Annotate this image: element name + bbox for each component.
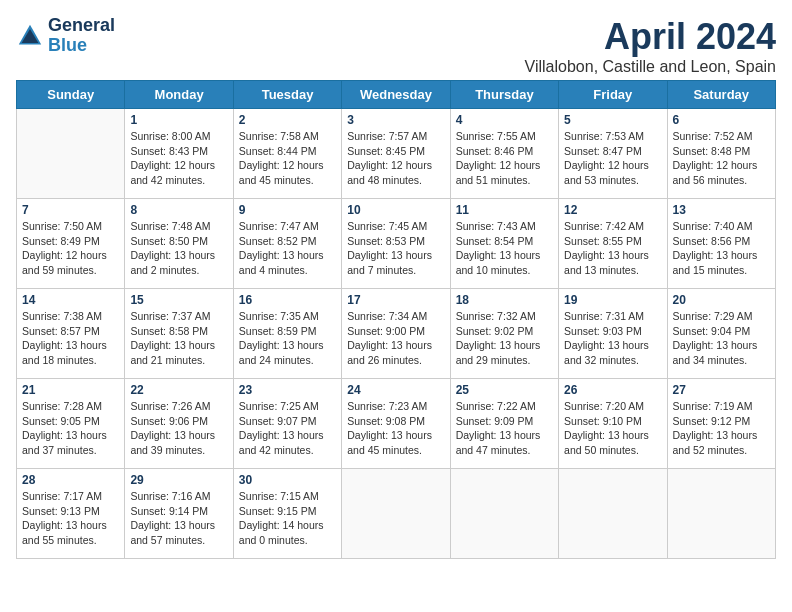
day-number: 22 bbox=[130, 383, 227, 397]
calendar-cell: 28Sunrise: 7:17 AMSunset: 9:13 PMDayligh… bbox=[17, 469, 125, 559]
day-info: Sunrise: 7:22 AMSunset: 9:09 PMDaylight:… bbox=[456, 399, 553, 458]
day-number: 8 bbox=[130, 203, 227, 217]
day-info: Sunrise: 7:40 AMSunset: 8:56 PMDaylight:… bbox=[673, 219, 770, 278]
day-info: Sunrise: 7:43 AMSunset: 8:54 PMDaylight:… bbox=[456, 219, 553, 278]
day-info: Sunrise: 7:50 AMSunset: 8:49 PMDaylight:… bbox=[22, 219, 119, 278]
day-number: 21 bbox=[22, 383, 119, 397]
weekday-header-friday: Friday bbox=[559, 81, 667, 109]
calendar-cell: 25Sunrise: 7:22 AMSunset: 9:09 PMDayligh… bbox=[450, 379, 558, 469]
week-row-2: 7Sunrise: 7:50 AMSunset: 8:49 PMDaylight… bbox=[17, 199, 776, 289]
calendar-cell bbox=[342, 469, 450, 559]
day-info: Sunrise: 7:53 AMSunset: 8:47 PMDaylight:… bbox=[564, 129, 661, 188]
week-row-1: 1Sunrise: 8:00 AMSunset: 8:43 PMDaylight… bbox=[17, 109, 776, 199]
day-info: Sunrise: 7:47 AMSunset: 8:52 PMDaylight:… bbox=[239, 219, 336, 278]
day-number: 9 bbox=[239, 203, 336, 217]
logo-icon bbox=[16, 22, 44, 50]
day-number: 12 bbox=[564, 203, 661, 217]
day-number: 20 bbox=[673, 293, 770, 307]
calendar-cell: 4Sunrise: 7:55 AMSunset: 8:46 PMDaylight… bbox=[450, 109, 558, 199]
day-info: Sunrise: 7:32 AMSunset: 9:02 PMDaylight:… bbox=[456, 309, 553, 368]
day-number: 25 bbox=[456, 383, 553, 397]
calendar-cell: 2Sunrise: 7:58 AMSunset: 8:44 PMDaylight… bbox=[233, 109, 341, 199]
day-number: 6 bbox=[673, 113, 770, 127]
day-number: 16 bbox=[239, 293, 336, 307]
day-info: Sunrise: 7:52 AMSunset: 8:48 PMDaylight:… bbox=[673, 129, 770, 188]
day-info: Sunrise: 7:26 AMSunset: 9:06 PMDaylight:… bbox=[130, 399, 227, 458]
title-area: April 2024 Villalobon, Castille and Leon… bbox=[525, 16, 776, 76]
calendar-cell: 18Sunrise: 7:32 AMSunset: 9:02 PMDayligh… bbox=[450, 289, 558, 379]
day-info: Sunrise: 7:37 AMSunset: 8:58 PMDaylight:… bbox=[130, 309, 227, 368]
weekday-header-thursday: Thursday bbox=[450, 81, 558, 109]
day-info: Sunrise: 7:25 AMSunset: 9:07 PMDaylight:… bbox=[239, 399, 336, 458]
day-number: 1 bbox=[130, 113, 227, 127]
day-number: 5 bbox=[564, 113, 661, 127]
calendar-cell: 20Sunrise: 7:29 AMSunset: 9:04 PMDayligh… bbox=[667, 289, 775, 379]
day-info: Sunrise: 7:42 AMSunset: 8:55 PMDaylight:… bbox=[564, 219, 661, 278]
day-number: 7 bbox=[22, 203, 119, 217]
calendar-cell bbox=[17, 109, 125, 199]
day-info: Sunrise: 7:58 AMSunset: 8:44 PMDaylight:… bbox=[239, 129, 336, 188]
logo-line2: Blue bbox=[48, 35, 87, 55]
calendar-cell: 13Sunrise: 7:40 AMSunset: 8:56 PMDayligh… bbox=[667, 199, 775, 289]
day-number: 19 bbox=[564, 293, 661, 307]
weekday-header-wednesday: Wednesday bbox=[342, 81, 450, 109]
calendar-cell: 30Sunrise: 7:15 AMSunset: 9:15 PMDayligh… bbox=[233, 469, 341, 559]
calendar-cell: 21Sunrise: 7:28 AMSunset: 9:05 PMDayligh… bbox=[17, 379, 125, 469]
day-info: Sunrise: 7:19 AMSunset: 9:12 PMDaylight:… bbox=[673, 399, 770, 458]
calendar-cell: 22Sunrise: 7:26 AMSunset: 9:06 PMDayligh… bbox=[125, 379, 233, 469]
day-number: 13 bbox=[673, 203, 770, 217]
calendar-cell: 17Sunrise: 7:34 AMSunset: 9:00 PMDayligh… bbox=[342, 289, 450, 379]
calendar-cell: 5Sunrise: 7:53 AMSunset: 8:47 PMDaylight… bbox=[559, 109, 667, 199]
day-info: Sunrise: 7:29 AMSunset: 9:04 PMDaylight:… bbox=[673, 309, 770, 368]
day-info: Sunrise: 7:35 AMSunset: 8:59 PMDaylight:… bbox=[239, 309, 336, 368]
weekday-header-monday: Monday bbox=[125, 81, 233, 109]
weekday-header-saturday: Saturday bbox=[667, 81, 775, 109]
weekday-header-sunday: Sunday bbox=[17, 81, 125, 109]
calendar-cell: 11Sunrise: 7:43 AMSunset: 8:54 PMDayligh… bbox=[450, 199, 558, 289]
calendar-title: April 2024 bbox=[525, 16, 776, 58]
day-number: 14 bbox=[22, 293, 119, 307]
day-number: 29 bbox=[130, 473, 227, 487]
logo-line1: General bbox=[48, 15, 115, 35]
day-number: 26 bbox=[564, 383, 661, 397]
calendar-cell: 16Sunrise: 7:35 AMSunset: 8:59 PMDayligh… bbox=[233, 289, 341, 379]
day-number: 28 bbox=[22, 473, 119, 487]
calendar-cell: 23Sunrise: 7:25 AMSunset: 9:07 PMDayligh… bbox=[233, 379, 341, 469]
day-info: Sunrise: 7:23 AMSunset: 9:08 PMDaylight:… bbox=[347, 399, 444, 458]
day-info: Sunrise: 7:57 AMSunset: 8:45 PMDaylight:… bbox=[347, 129, 444, 188]
day-number: 23 bbox=[239, 383, 336, 397]
week-row-4: 21Sunrise: 7:28 AMSunset: 9:05 PMDayligh… bbox=[17, 379, 776, 469]
calendar-cell: 7Sunrise: 7:50 AMSunset: 8:49 PMDaylight… bbox=[17, 199, 125, 289]
logo: General Blue bbox=[16, 16, 115, 56]
day-number: 27 bbox=[673, 383, 770, 397]
day-number: 24 bbox=[347, 383, 444, 397]
day-info: Sunrise: 7:48 AMSunset: 8:50 PMDaylight:… bbox=[130, 219, 227, 278]
calendar-cell: 15Sunrise: 7:37 AMSunset: 8:58 PMDayligh… bbox=[125, 289, 233, 379]
calendar-cell bbox=[559, 469, 667, 559]
day-number: 10 bbox=[347, 203, 444, 217]
week-row-3: 14Sunrise: 7:38 AMSunset: 8:57 PMDayligh… bbox=[17, 289, 776, 379]
weekday-header-row: SundayMondayTuesdayWednesdayThursdayFrid… bbox=[17, 81, 776, 109]
day-number: 11 bbox=[456, 203, 553, 217]
day-info: Sunrise: 7:45 AMSunset: 8:53 PMDaylight:… bbox=[347, 219, 444, 278]
calendar-cell: 24Sunrise: 7:23 AMSunset: 9:08 PMDayligh… bbox=[342, 379, 450, 469]
day-info: Sunrise: 7:15 AMSunset: 9:15 PMDaylight:… bbox=[239, 489, 336, 548]
page-header: General Blue April 2024 Villalobon, Cast… bbox=[16, 16, 776, 76]
calendar-cell: 27Sunrise: 7:19 AMSunset: 9:12 PMDayligh… bbox=[667, 379, 775, 469]
weekday-header-tuesday: Tuesday bbox=[233, 81, 341, 109]
day-number: 15 bbox=[130, 293, 227, 307]
logo-text: General Blue bbox=[48, 16, 115, 56]
calendar-cell: 6Sunrise: 7:52 AMSunset: 8:48 PMDaylight… bbox=[667, 109, 775, 199]
day-info: Sunrise: 7:16 AMSunset: 9:14 PMDaylight:… bbox=[130, 489, 227, 548]
calendar-cell: 3Sunrise: 7:57 AMSunset: 8:45 PMDaylight… bbox=[342, 109, 450, 199]
calendar-cell: 9Sunrise: 7:47 AMSunset: 8:52 PMDaylight… bbox=[233, 199, 341, 289]
week-row-5: 28Sunrise: 7:17 AMSunset: 9:13 PMDayligh… bbox=[17, 469, 776, 559]
calendar-cell: 14Sunrise: 7:38 AMSunset: 8:57 PMDayligh… bbox=[17, 289, 125, 379]
calendar-cell: 10Sunrise: 7:45 AMSunset: 8:53 PMDayligh… bbox=[342, 199, 450, 289]
day-info: Sunrise: 7:34 AMSunset: 9:00 PMDaylight:… bbox=[347, 309, 444, 368]
calendar-subtitle: Villalobon, Castille and Leon, Spain bbox=[525, 58, 776, 76]
day-info: Sunrise: 7:38 AMSunset: 8:57 PMDaylight:… bbox=[22, 309, 119, 368]
calendar-cell: 19Sunrise: 7:31 AMSunset: 9:03 PMDayligh… bbox=[559, 289, 667, 379]
calendar-cell: 26Sunrise: 7:20 AMSunset: 9:10 PMDayligh… bbox=[559, 379, 667, 469]
day-number: 17 bbox=[347, 293, 444, 307]
